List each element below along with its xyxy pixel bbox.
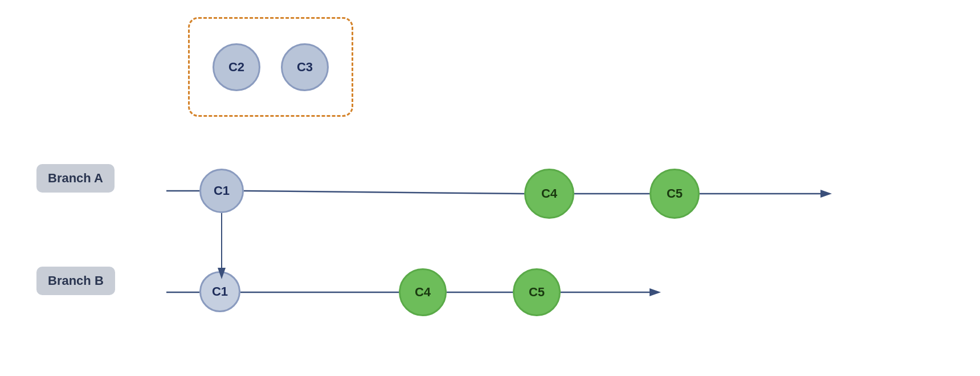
diagram-svg [0,0,980,376]
branch-b-commit-c1: C1 [199,271,240,312]
branch-a-label: Branch A [36,164,115,193]
branch-b-label: Branch B [36,267,115,295]
svg-line-1 [244,191,524,194]
branch-a-commit-c5: C5 [650,169,700,219]
branch-b-commit-c4: C4 [399,268,447,316]
branch-a-commit-c1: C1 [199,169,244,213]
svg-marker-9 [650,288,661,296]
branch-a-commit-c4: C4 [524,169,574,219]
svg-marker-4 [820,190,832,198]
commit-c3: C3 [281,43,329,91]
dashed-commits-box: C2 C3 [188,17,353,117]
branch-b-commit-c5: C5 [513,268,561,316]
commit-c2: C2 [213,43,260,91]
